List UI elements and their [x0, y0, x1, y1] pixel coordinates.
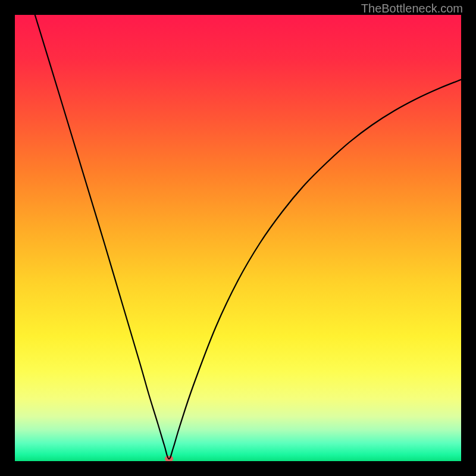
plot-area	[15, 15, 461, 461]
chart-frame: TheBottleneck.com	[0, 0, 476, 476]
bottleneck-curve	[15, 15, 461, 461]
watermark-text: TheBottleneck.com	[361, 2, 463, 15]
